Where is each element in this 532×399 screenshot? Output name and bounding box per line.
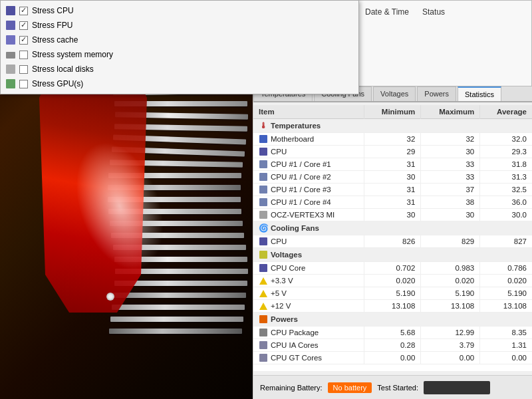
row-max-cell: 3.79 [421,339,480,352]
thermometer-section-icon: 🌡 [259,121,268,130]
power-section-icon [259,315,268,324]
row-avg-cell: 30.0 [480,209,532,221]
row-avg-cell: 1.31 [480,339,532,352]
row-avg-cell: 0.00 [480,352,532,364]
stress-fpu-checkbox[interactable] [19,21,28,30]
tab-voltages[interactable]: Voltages [373,86,416,101]
table-row: OCZ-VERTEX3 MI303030.0 [253,209,532,221]
row-avg-cell: 5.190 [480,287,532,300]
table-row: CPU #1 / Core #3313732.5 [253,184,532,196]
row-min-cell: 31 [364,158,421,171]
table-row: CPU GT Cores0.000.000.00 [253,352,532,364]
test-started-label: Test Started: [377,384,418,392]
stress-cache-item[interactable]: Stress cache [1,33,358,47]
bottom-bar: Remaining Battery: No battery Test Start… [253,375,532,399]
col-average: Average [480,105,532,119]
col-minimum: Minimum [364,105,421,119]
stress-dropdown: Stress CPU Stress FPU Stress cache Stres… [0,0,359,94]
row-max-cell: 30 [421,146,480,158]
table-row: CPU Core0.7020.9830.786 [253,262,532,275]
volt-section-icon [259,250,268,259]
row-name-cell: OCZ-VERTEX3 MI [253,209,364,221]
row-name-cell: CPU #1 / Core #1 [253,158,364,171]
stress-gpu-item[interactable]: Stress GPU(s) [1,76,358,91]
row-name-cell: CPU Core [253,262,364,275]
table-row: CPU #1 / Core #2303331.3 [253,171,532,184]
row-min-cell: 31 [364,184,421,196]
row-min-cell: 0.020 [364,275,421,287]
row-name-cell: CPU GT Cores [253,352,364,364]
core-row-icon [259,185,268,194]
row-avg-cell: 0.020 [480,275,532,287]
table-row: CPU #1 / Core #4313836.0 [253,196,532,209]
table-row: +5 V5.1905.1905.190 [253,287,532,300]
stress-disks-item[interactable]: Stress local disks [1,62,358,76]
header-row: Date & Time Status [360,5,525,19]
col-item: Item [253,105,364,119]
row-min-cell: 826 [364,235,421,248]
row-avg-cell: 36.0 [480,196,532,209]
test-started-box [424,381,490,394]
warn-row-icon [259,276,268,285]
stress-memory-item[interactable]: Stress system memory [1,47,358,62]
stats-area[interactable]: Item Minimum Maximum Average 🌡Temperatur… [253,105,532,371]
tab-statistics[interactable]: Statistics [458,86,501,101]
row-name-cell: CPU Package [253,327,364,339]
row-name-cell: +12 V [253,300,364,313]
stress-cache-checkbox[interactable] [19,36,28,45]
row-name-cell: CPU #1 / Core #4 [253,196,364,209]
row-min-cell: 0.702 [364,262,421,275]
memory-icon [6,52,15,59]
row-name-cell: CPU #1 / Core #3 [253,184,364,196]
stats-table: Item Minimum Maximum Average 🌡Temperatur… [253,105,532,364]
section-cooling-fans: 🌀Cooling Fans [253,221,532,235]
cpu-pkg-row-icon [259,340,268,350]
core-row-icon [259,160,268,169]
stress-memory-checkbox[interactable] [19,51,28,59]
table-row: CPU IA Cores0.283.791.31 [253,339,532,352]
mb-row-icon [259,134,268,144]
row-avg-cell: 32.5 [480,184,532,196]
fpu-icon [6,21,15,30]
stress-gpu-label: Stress GPU(s) [32,79,83,88]
cpu-row-icon [259,147,268,156]
right-header: Date & Time Status [352,0,532,86]
stress-cache-label: Stress cache [32,35,78,45]
stress-cpu-checkbox[interactable] [19,7,28,15]
section-voltages: Voltages [253,248,532,262]
stress-memory-label: Stress system memory [32,50,113,59]
tab-powers[interactable]: Powers [417,86,456,101]
row-avg-cell: 31.8 [480,158,532,171]
row-max-cell: 829 [421,235,480,248]
stress-fpu-item[interactable]: Stress FPU [1,18,358,33]
ssd-row-icon [259,210,268,219]
table-row: CPU293029.3 [253,146,532,158]
row-avg-cell: 29.3 [480,146,532,158]
core-row-icon [259,172,268,182]
status-header: Status [422,7,445,17]
row-min-cell: 5.68 [364,327,421,339]
row-avg-cell: 0.786 [480,262,532,275]
stress-cpu-item[interactable]: Stress CPU [1,3,358,18]
row-max-cell: 0.983 [421,262,480,275]
row-max-cell: 33 [421,158,480,171]
stress-gpu-checkbox[interactable] [19,80,28,88]
row-min-cell: 30 [364,209,421,221]
row-name-cell: +5 V [253,287,364,300]
warn-row-icon [259,289,268,298]
stress-disks-checkbox[interactable] [19,65,28,74]
row-avg-cell: 13.108 [480,300,532,313]
cpu-row-icon [259,237,268,246]
table-row: +3.3 V0.0200.0200.020 [253,275,532,287]
row-avg-cell: 32.0 [480,133,532,146]
row-max-cell: 33 [421,171,480,184]
table-row: CPU826829827 [253,235,532,248]
stress-disks-label: Stress local disks [32,65,94,74]
cache-icon [6,35,15,45]
row-name-cell: CPU [253,235,364,248]
core-row-icon [259,198,268,207]
col-maximum: Maximum [421,105,480,119]
table-row: CPU #1 / Core #1313331.8 [253,158,532,171]
row-name-cell: CPU IA Cores [253,339,364,352]
table-row: CPU Package5.6812.998.35 [253,327,532,339]
